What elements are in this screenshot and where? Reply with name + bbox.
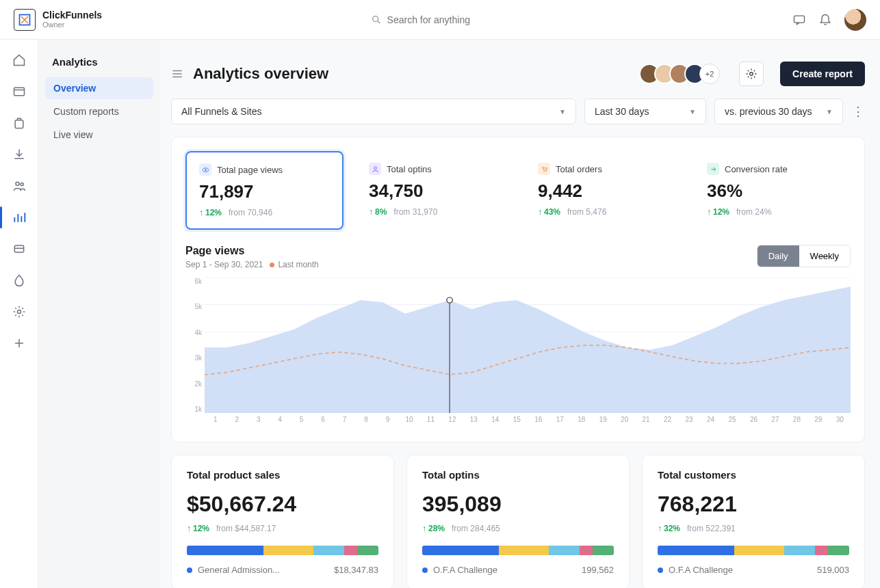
create-report-button[interactable]: Create report [780, 62, 865, 86]
secondary-nav-custom-reports[interactable]: Custom reports [45, 101, 153, 122]
collaborator-avatars[interactable]: +2 [639, 64, 720, 84]
kpi-label: Conversion rate [725, 164, 788, 174]
kpi-value: 36% [707, 181, 838, 202]
kpi-delta: ↑ 12% [707, 207, 729, 217]
svg-point-23 [545, 171, 546, 172]
settings-button[interactable] [739, 62, 764, 86]
nav-marketing-icon[interactable] [11, 272, 27, 289]
secondary-nav-overview[interactable]: Overview [45, 77, 153, 99]
breakdown-name: O.F.A Challenge [433, 565, 576, 575]
avatar-more[interactable]: +2 [699, 64, 720, 84]
compare-select[interactable]: vs. previous 30 days▼ [714, 98, 843, 124]
menu-toggle-icon[interactable] [171, 68, 183, 80]
svg-point-8 [16, 182, 19, 185]
nav-settings-icon[interactable] [11, 304, 27, 320]
legend-dot-icon [422, 567, 428, 573]
x-tick: 6 [312, 416, 333, 428]
search-icon [371, 14, 382, 25]
filter-more-icon[interactable]: ⋮ [851, 104, 865, 119]
eye-icon [199, 163, 211, 176]
kpi-chart-panel: Total page views 71,897 ↑ 12%from 70,946… [171, 137, 865, 442]
y-tick: 3k [185, 354, 202, 362]
svg-point-9 [21, 183, 23, 185]
card-title: Total product sales [187, 469, 378, 481]
legend-dot-icon [658, 567, 663, 573]
x-tick: 3 [248, 416, 269, 428]
nav-orders-icon[interactable] [11, 241, 27, 257]
segment-bar [422, 546, 614, 555]
arrow-up-icon: ↑ [707, 207, 711, 217]
card-value: $50,667.24 [187, 492, 378, 517]
nav-add-icon[interactable] [11, 335, 27, 351]
y-tick: 2k [185, 380, 202, 388]
nav-analytics-icon[interactable] [11, 209, 27, 226]
breakdown-row: O.F.A Challenge199,562 [422, 565, 614, 575]
svg-point-18 [750, 72, 753, 76]
nav-downloads-icon[interactable] [11, 146, 27, 163]
svg-rect-10 [14, 245, 23, 252]
x-tick: 2 [226, 416, 247, 428]
kpi-label: Total page views [217, 165, 283, 175]
search-input[interactable] [387, 14, 524, 25]
card-value: 395,089 [422, 492, 614, 517]
kpi-row: Total page views 71,897 ↑ 12%from 70,946… [185, 151, 851, 230]
breakdown-value: $18,347.83 [334, 565, 378, 575]
summary-card: Total customers 768,221 ↑ 32%from 522,39… [642, 455, 865, 588]
page-header: Analytics overview +2 Create report [160, 46, 870, 98]
nav-contacts-icon[interactable] [11, 178, 27, 194]
summary-card: Total optins 395,089 ↑ 28%from 284,465 O… [406, 455, 630, 588]
kpi-card[interactable]: Total orders 9,442 ↑ 43%from 5,476 [525, 151, 682, 230]
x-tick: 21 [635, 416, 656, 428]
card-title: Total customers [658, 469, 849, 481]
segment-bar [187, 546, 378, 555]
funnels-select[interactable]: All Funnels & Sites▼ [171, 98, 576, 124]
breakdown-row: O.F.A Challenge519,003 [658, 565, 849, 575]
x-tick: 11 [420, 416, 441, 428]
kpi-card[interactable]: Total page views 71,897 ↑ 12%from 70,946 [185, 151, 344, 230]
toggle-weekly[interactable]: Weekly [799, 245, 850, 267]
toggle-daily[interactable]: Daily [758, 245, 799, 267]
x-tick: 14 [484, 416, 506, 428]
chart-date-range: Sep 1 - Sep 30, 2021 [185, 260, 263, 269]
nav-home-icon[interactable] [11, 52, 27, 68]
brand-role: Owner [42, 21, 102, 29]
chevron-down-icon: ▼ [689, 108, 696, 116]
chart-title: Page views [185, 245, 319, 257]
x-tick: 22 [657, 416, 678, 428]
breakdown-row: General Admission...$18,347.83 [187, 565, 378, 575]
gear-icon [745, 68, 758, 80]
icon-rail [0, 40, 38, 588]
kpi-value: 71,897 [199, 181, 330, 202]
user-avatar[interactable] [844, 9, 866, 31]
x-tick: 7 [334, 416, 355, 428]
segment-bar [658, 546, 849, 555]
breakdown-value: 519,003 [817, 565, 849, 575]
nav-sites-icon[interactable] [11, 83, 27, 100]
cart-icon [538, 163, 550, 175]
brand-name: ClickFunnels [42, 10, 102, 21]
period-select[interactable]: Last 30 days▼ [584, 98, 706, 124]
kpi-card[interactable]: Conversion rate 36% ↑ 12%from 24% [694, 151, 851, 230]
messages-icon[interactable] [792, 13, 806, 27]
breakdown-value: 199,562 [582, 565, 614, 575]
svg-point-21 [374, 166, 376, 169]
arrow-up-icon: ↑ [422, 524, 426, 533]
x-tick: 9 [377, 416, 398, 428]
x-tick: 20 [614, 416, 635, 428]
secondary-nav-live-view[interactable]: Live view [45, 124, 153, 146]
global-search[interactable] [371, 14, 524, 25]
kpi-from: from 5,476 [567, 207, 606, 217]
x-tick: 27 [764, 416, 786, 428]
y-tick: 6k [185, 278, 202, 285]
kpi-value: 34,750 [369, 181, 500, 202]
brand[interactable]: ClickFunnels Owner [14, 9, 102, 31]
svg-point-20 [205, 169, 206, 170]
x-tick: 13 [463, 416, 484, 428]
nav-products-icon[interactable] [11, 115, 27, 131]
chart-area[interactable]: 6k5k4k3k2k1k 123456789101112131415161718… [185, 278, 851, 428]
kpi-delta: ↑ 12% [199, 208, 222, 217]
notifications-icon[interactable] [818, 13, 832, 27]
kpi-card[interactable]: Total optins 34,750 ↑ 8%from 31,970 [356, 151, 513, 230]
kpi-from: from 31,970 [393, 207, 437, 217]
kpi-label: Total orders [556, 164, 602, 174]
